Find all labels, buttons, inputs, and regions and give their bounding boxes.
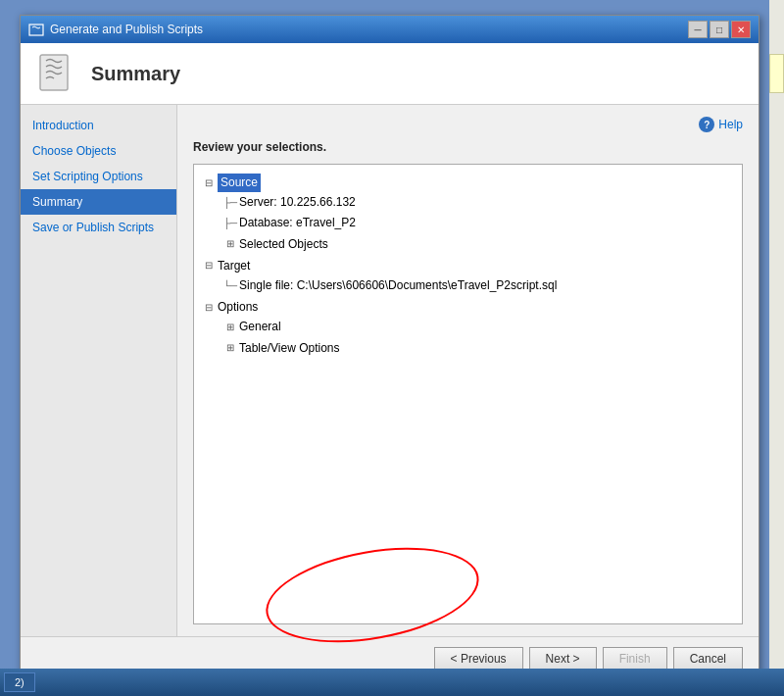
- tree-box[interactable]: ⊟ Source ├─ Server: 10.225.66.132: [193, 164, 743, 624]
- window-body: Introduction Choose Objects Set Scriptin…: [21, 105, 759, 636]
- options-label: Options: [218, 298, 258, 317]
- tree-node-selected-objects: ⊞ Selected Objects: [223, 234, 734, 255]
- tree-node-source: ⊟ Source ├─ Server: 10.225.66.132: [202, 173, 734, 256]
- close-button[interactable]: ✕: [731, 21, 751, 38]
- source-expand-icon[interactable]: ⊟: [202, 175, 216, 191]
- tree-node-single-file: └─ Single file: C:\Users\606606\Document…: [223, 275, 734, 296]
- header-scripts-icon: [36, 53, 77, 94]
- source-label: Source: [218, 174, 261, 192]
- target-label: Target: [218, 257, 250, 275]
- maximize-button[interactable]: □: [710, 21, 729, 38]
- sidebar-item-set-scripting-options[interactable]: Set Scripting Options: [21, 164, 176, 189]
- tree-node-target: ⊟ Target └─ Single file: C:\Users\606606…: [202, 256, 734, 297]
- tree-node-server: ├─ Server: 10.225.66.132: [223, 192, 734, 213]
- database-label: Database: eTravel_P2: [239, 214, 356, 232]
- finish-button[interactable]: Finish: [603, 647, 667, 671]
- server-line-icon: ├─: [223, 195, 237, 211]
- help-icon: ?: [699, 117, 714, 132]
- sidebar-item-introduction[interactable]: Introduction: [21, 113, 176, 138]
- sidebar-item-save-publish[interactable]: Save or Publish Scripts: [21, 215, 176, 240]
- sidebar-item-choose-objects[interactable]: Choose Objects: [21, 138, 176, 164]
- sidebar-item-summary[interactable]: Summary: [21, 189, 176, 215]
- taskbar-item[interactable]: 2): [4, 672, 35, 692]
- target-expand-icon[interactable]: ⊟: [202, 258, 216, 273]
- next-button[interactable]: Next >: [529, 647, 597, 671]
- single-file-line-icon: └─: [223, 278, 237, 294]
- window-icon: [28, 22, 44, 37]
- window-header: Summary: [21, 43, 759, 105]
- help-row: ? Help: [193, 117, 743, 132]
- svg-rect-0: [29, 25, 43, 35]
- main-window: Generate and Publish Scripts ─ □ ✕ Summa…: [20, 15, 760, 681]
- page-title: Summary: [91, 63, 180, 85]
- server-label: Server: 10.225.66.132: [239, 193, 356, 212]
- sidebar: Introduction Choose Objects Set Scriptin…: [21, 105, 177, 636]
- options-children: ⊞ General ⊞ Table/View Options: [223, 317, 734, 358]
- target-children: └─ Single file: C:\Users\606606\Document…: [223, 275, 734, 296]
- window-controls: ─ □ ✕: [688, 21, 751, 38]
- cancel-button[interactable]: Cancel: [673, 647, 743, 671]
- general-label: General: [239, 318, 281, 336]
- tree-node-database: ├─ Database: eTravel_P2: [223, 213, 734, 233]
- main-content: ? Help Review your selections. ⊟ Source: [177, 105, 759, 636]
- review-label: Review your selections.: [193, 140, 743, 154]
- options-expand-icon[interactable]: ⊟: [202, 300, 216, 316]
- window-title: Generate and Publish Scripts: [50, 23, 203, 36]
- taskbar: 2): [0, 669, 784, 696]
- previous-button[interactable]: < Previous: [434, 647, 523, 671]
- single-file-label: Single file: C:\Users\606606\Documents\e…: [239, 276, 557, 295]
- help-label: Help: [718, 118, 743, 131]
- selected-objects-label: Selected Objects: [239, 235, 328, 254]
- general-expand-icon[interactable]: ⊞: [223, 320, 237, 335]
- source-children: ├─ Server: 10.225.66.132 ├─ Database: eT…: [223, 192, 734, 255]
- selected-objects-expand-icon[interactable]: ⊞: [223, 236, 237, 252]
- database-line-icon: ├─: [223, 216, 237, 231]
- help-link[interactable]: ? Help: [699, 117, 743, 132]
- table-view-expand-icon[interactable]: ⊞: [223, 340, 237, 356]
- minimize-button[interactable]: ─: [688, 21, 708, 38]
- table-view-label: Table/View Options: [239, 339, 340, 358]
- tree-node-options: ⊟ Options ⊞ General: [202, 297, 734, 360]
- tree-node-general: ⊞ General: [223, 317, 734, 337]
- tree-node-table-view: ⊞ Table/View Options: [223, 338, 734, 359]
- title-bar: Generate and Publish Scripts ─ □ ✕: [21, 16, 759, 43]
